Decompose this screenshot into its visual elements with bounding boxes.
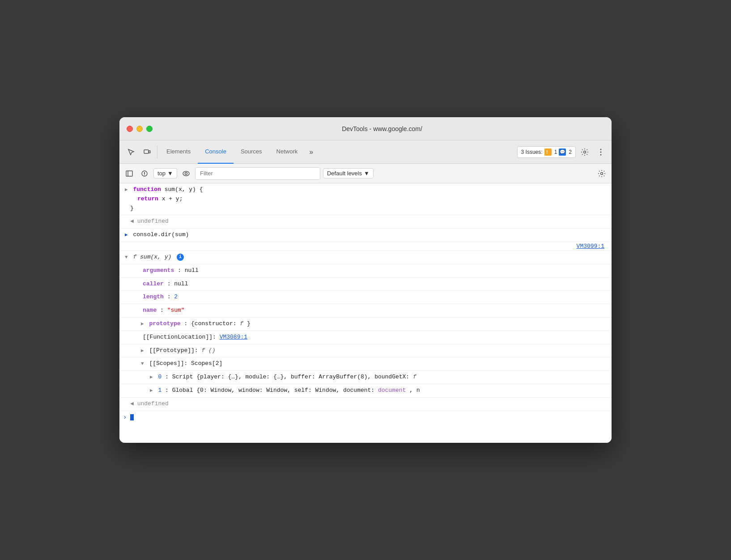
console-entry-dir: ▶ console.dir(sum): [119, 229, 612, 242]
proto-arrow[interactable]: ▶: [141, 348, 144, 353]
console-result-2: ◀ undefined: [119, 398, 612, 411]
undefined-2: undefined: [137, 400, 169, 407]
log-levels-selector[interactable]: Default levels ▼: [323, 168, 374, 178]
expand-arrow-dir[interactable]: ▶: [125, 232, 128, 238]
prop-arguments: arguments : null: [119, 264, 612, 278]
maximize-button[interactable]: [146, 126, 153, 132]
collapse-arrow[interactable]: ▼: [125, 255, 128, 260]
tab-separator: [157, 146, 157, 158]
traffic-lights: [127, 126, 153, 132]
tabs-bar: Elements Console Sources Network » 3 Iss…: [119, 140, 612, 164]
devtools-window: DevTools - www.google.com/ Elements Cons…: [119, 117, 612, 443]
console-prompt[interactable]: ›: [119, 411, 612, 424]
prop-caller: caller : null: [119, 278, 612, 291]
filter-input[interactable]: [195, 167, 320, 180]
context-selector[interactable]: top ▼: [153, 168, 177, 178]
scope-1: ▶ 1 : Global {0: Window, window: Window,…: [119, 384, 612, 398]
warn-icon: !: [544, 148, 552, 156]
console-entry-function: ▶ function sum(x, y) { return x + y; }: [119, 183, 612, 215]
svg-point-4: [600, 148, 602, 150]
vm-link[interactable]: VM3099:1: [577, 243, 604, 250]
settings-button[interactable]: [578, 145, 592, 159]
svg-point-12: [183, 171, 189, 176]
more-options-button[interactable]: [594, 145, 608, 159]
prototype-arrow[interactable]: ▶: [141, 321, 144, 327]
window-title: DevTools - www.google.com/: [160, 125, 604, 132]
svg-point-5: [600, 151, 602, 153]
svg-rect-0: [144, 150, 149, 153]
svg-rect-7: [126, 171, 132, 176]
left-arrow-2: ◀: [130, 400, 137, 407]
prop-length: length : 2: [119, 291, 612, 304]
info-count: 2: [569, 149, 572, 155]
levels-arrow: ▼: [364, 170, 370, 177]
tab-actions: 3 Issues: ! 1 💬 2: [517, 145, 608, 159]
prop-name: name : "sum": [119, 304, 612, 318]
info-icon[interactable]: i: [177, 254, 184, 261]
svg-text:!: !: [546, 150, 548, 155]
title-bar: DevTools - www.google.com/: [119, 117, 612, 140]
more-tabs-button[interactable]: »: [305, 144, 318, 160]
console-settings-button[interactable]: [595, 167, 608, 180]
tab-elements[interactable]: Elements: [159, 140, 198, 164]
prompt-chevron: ›: [123, 414, 127, 421]
prop-prototype: ▶ prototype : {constructor: f }: [119, 318, 612, 331]
object-tree-header: ▼ f sum(x, y) i: [119, 251, 612, 264]
undefined-1: undefined: [137, 218, 169, 225]
prop-proto: ▶ [[Prototype]]: f (): [119, 344, 612, 358]
svg-point-11: [144, 174, 145, 175]
tab-sources[interactable]: Sources: [234, 140, 269, 164]
svg-point-13: [185, 172, 187, 174]
eye-button[interactable]: [180, 167, 192, 180]
context-label: top: [157, 170, 166, 177]
scope0-arrow[interactable]: ▶: [150, 374, 153, 380]
sidebar-toggle-button[interactable]: [123, 167, 136, 180]
vm3089-link[interactable]: VM3089:1: [220, 334, 247, 340]
vm-ref-line: VM3099:1: [119, 242, 612, 251]
warn-count: 1: [554, 149, 557, 155]
console-output: ▶ function sum(x, y) { return x + y; } ◀…: [119, 183, 612, 443]
scope-0: ▶ 0 : Script {player: {…}, module: {…}, …: [119, 371, 612, 384]
scopes-arrow[interactable]: ▼: [141, 361, 144, 366]
svg-rect-1: [149, 151, 150, 153]
console-result-1: ◀ undefined: [119, 215, 612, 229]
svg-point-14: [601, 172, 603, 174]
clear-console-button[interactable]: [138, 167, 151, 180]
context-arrow: ▼: [167, 170, 173, 177]
svg-point-6: [600, 154, 602, 155]
chat-icon: 💬: [559, 148, 566, 156]
left-arrow-1: ◀: [130, 218, 137, 225]
console-toolbar: top ▼ Default levels ▼: [119, 164, 612, 183]
issues-label: 3 Issues:: [521, 149, 543, 155]
levels-label: Default levels: [327, 170, 362, 177]
device-toolbar-button[interactable]: [139, 144, 155, 160]
prop-function-location: [[FunctionLocation]]: VM3089:1: [119, 331, 612, 344]
prompt-cursor: [130, 414, 134, 420]
expand-arrow[interactable]: ▶: [125, 187, 128, 192]
prop-scopes: ▼ [[Scopes]]: Scopes[2]: [119, 357, 612, 371]
issues-badge[interactable]: 3 Issues: ! 1 💬 2: [517, 146, 576, 158]
svg-point-3: [584, 151, 586, 153]
inspect-element-button[interactable]: [123, 144, 139, 160]
scope1-arrow[interactable]: ▶: [150, 388, 153, 393]
minimize-button[interactable]: [136, 126, 143, 132]
close-button[interactable]: [127, 126, 133, 132]
tab-network[interactable]: Network: [269, 140, 305, 164]
tab-console[interactable]: Console: [198, 140, 234, 164]
